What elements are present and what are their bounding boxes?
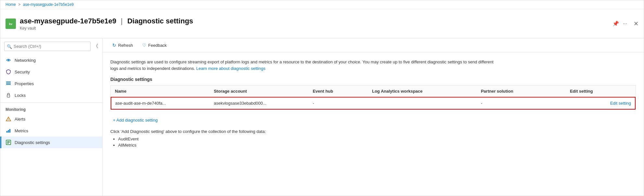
learn-more-link[interactable]: Learn more about diagnostic settings (196, 66, 266, 71)
sidebar-item-alerts-label: Alerts (15, 117, 25, 122)
svg-rect-12 (9, 129, 10, 133)
section-title: Diagnostic settings (110, 77, 636, 82)
search-wrapper: 🔍 (4, 38, 91, 54)
bullet-list: AuditEvent AllMetrics (118, 137, 636, 148)
sidebar-item-metrics[interactable]: Metrics (0, 125, 102, 137)
breadcrumb-separator: > (18, 2, 20, 7)
sidebar-item-security-label: Security (15, 70, 30, 74)
svg-point-9 (8, 120, 8, 120)
content-area: ↻ Refresh ♡ Feedback Diagnostic settings… (103, 38, 644, 196)
row-edit: Edit setting (566, 97, 635, 109)
more-options-icon[interactable]: ··· (623, 21, 627, 27)
svg-text:kv: kv (9, 22, 12, 26)
top-bar: kv ase-myasegpude-1e7b5e1e9 | Diagnostic… (0, 9, 644, 38)
refresh-button[interactable]: ↻ Refresh (109, 41, 136, 49)
sidebar-list: Networking Security Properties (0, 54, 102, 196)
sidebar-item-security[interactable]: Security (0, 66, 102, 78)
pin-icon[interactable]: 📌 (613, 20, 619, 27)
col-header-name: Name (111, 85, 210, 97)
col-header-eventhub: Event hub (309, 85, 368, 97)
refresh-label: Refresh (118, 43, 133, 48)
diagnostic-settings-icon (6, 139, 11, 145)
col-header-storage: Storage account (210, 85, 309, 97)
properties-icon (6, 81, 11, 86)
sidebar-item-networking[interactable]: Networking (0, 54, 102, 66)
feedback-button[interactable]: ♡ Feedback (139, 41, 170, 49)
row-storage: asekvlogsase33ebabd000... (210, 97, 309, 109)
svg-rect-4 (6, 83, 11, 84)
breadcrumb-home[interactable]: Home (6, 2, 16, 7)
resource-icon: kv (6, 19, 16, 29)
sidebar-header-row: 🔍 《 (0, 38, 102, 54)
diagnostic-settings-table: Name Storage account Event hub Log Analy… (110, 85, 636, 110)
svg-point-2 (8, 59, 9, 61)
table-header-row: Name Storage account Event hub Log Analy… (111, 85, 635, 97)
svg-rect-3 (6, 82, 11, 82)
add-diagnostic-setting-link[interactable]: + Add diagnostic setting (110, 116, 160, 124)
sidebar-divider (0, 102, 102, 103)
settings-table: Name Storage account Event hub Log Analy… (111, 85, 636, 110)
metrics-icon (6, 128, 11, 134)
sidebar-item-locks-label: Locks (15, 93, 26, 98)
monitoring-section-label: Monitoring (0, 104, 102, 113)
sidebar-item-diagnostic-label: Diagnostic settings (15, 140, 50, 145)
sidebar-item-alerts[interactable]: Alerts (0, 113, 102, 125)
instructions-text: Click 'Add Diagnostic setting' above to … (110, 129, 636, 134)
content-toolbar: ↻ Refresh ♡ Feedback (103, 38, 644, 52)
list-item-auditevent: AuditEvent (118, 137, 636, 141)
close-icon[interactable]: ✕ (634, 20, 638, 27)
description-text: Diagnostic settings are used to configur… (110, 59, 500, 72)
breadcrumb: Home > ase-myasegpude-1e7b5e1e9 (0, 0, 644, 9)
search-input[interactable] (4, 42, 91, 51)
sidebar: 🔍 《 Networking Secur (0, 38, 103, 196)
breadcrumb-current[interactable]: ase-myasegpude-1e7b5e1e9 (23, 2, 74, 7)
row-eventhub: - (309, 97, 368, 109)
sidebar-item-locks[interactable]: Locks (0, 89, 102, 101)
sidebar-item-diagnostic-settings[interactable]: Diagnostic settings (0, 137, 102, 148)
table-row: ase-audit-ase-m-de740fa... asekvlogsase3… (111, 97, 635, 109)
feedback-label: Feedback (148, 43, 167, 48)
locks-icon (6, 92, 11, 98)
svg-rect-11 (8, 130, 9, 133)
feedback-icon: ♡ (142, 43, 146, 48)
col-header-partner: Partner solution (477, 85, 566, 97)
list-item-allmetrics: AllMetrics (118, 143, 636, 148)
row-analytics (368, 97, 477, 109)
resource-subtitle: Key vault (20, 26, 607, 31)
networking-icon (6, 57, 11, 63)
row-name: ase-audit-ase-m-de740fa... (111, 97, 210, 109)
svg-rect-5 (6, 84, 11, 85)
content-body: Diagnostic settings are used to configur… (103, 52, 644, 196)
sidebar-item-properties-label: Properties (15, 81, 34, 86)
refresh-icon: ↻ (112, 43, 116, 48)
svg-rect-10 (6, 131, 7, 133)
col-header-analytics: Log Analytics workspace (368, 85, 477, 97)
main-layout: 🔍 《 Networking Secur (0, 38, 644, 196)
sidebar-item-properties[interactable]: Properties (0, 78, 102, 89)
col-header-edit: Edit setting (566, 85, 635, 97)
resource-title-block: ase-myasegpude-1e7b5e1e9 | Diagnostic se… (20, 17, 607, 31)
svg-rect-6 (7, 95, 10, 97)
row-partner: - (477, 97, 566, 109)
sidebar-item-metrics-label: Metrics (15, 128, 28, 133)
security-icon (6, 69, 11, 75)
resource-title: ase-myasegpude-1e7b5e1e9 | Diagnostic se… (20, 17, 607, 25)
top-bar-actions: 📌 ··· ✕ (613, 20, 638, 27)
sidebar-collapse-icon[interactable]: 《 (93, 43, 98, 50)
search-icon: 🔍 (7, 44, 12, 49)
sidebar-item-networking-label: Networking (15, 58, 36, 63)
alerts-icon (6, 116, 11, 122)
edit-setting-link[interactable]: Edit setting (610, 101, 631, 106)
